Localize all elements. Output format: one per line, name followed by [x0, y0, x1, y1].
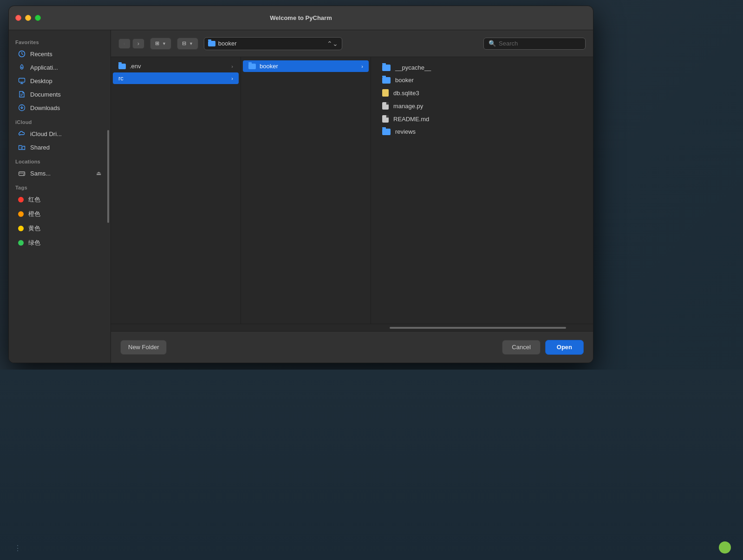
- file-item-dbsqlite3[interactable]: db.sqlite3: [378, 87, 586, 99]
- file-label: db.sqlite3: [393, 90, 419, 97]
- locations-label: Locations: [9, 154, 111, 166]
- red-tag-dot: [18, 197, 24, 202]
- md-file-icon: [382, 115, 389, 123]
- sidebar-item-tag-yellow[interactable]: 黄色: [12, 221, 108, 235]
- file-item-readmemd[interactable]: README.md: [378, 113, 586, 125]
- sidebar-scrollbar[interactable]: [107, 30, 110, 363]
- sidebar-item-label: Shared: [30, 144, 50, 151]
- sidebar-item-tag-orange[interactable]: 橙色: [12, 207, 108, 221]
- sidebar-item-label: Applicati...: [30, 64, 58, 71]
- doc-icon: [18, 91, 26, 98]
- forward-button[interactable]: ›: [132, 39, 144, 49]
- view-grid-button[interactable]: ⊟ ▼: [177, 38, 198, 50]
- nav-buttons: ‹ ›: [118, 39, 144, 49]
- chevron-down-icon: ▼: [162, 41, 166, 46]
- window-title: Welcome to PyCharm: [270, 14, 332, 21]
- svg-point-4: [21, 147, 23, 149]
- back-button[interactable]: ‹: [118, 39, 130, 49]
- icloud-label: iCloud: [9, 115, 111, 127]
- new-folder-button[interactable]: New Folder: [120, 340, 167, 355]
- file-item-managepy[interactable]: manage.py: [378, 100, 586, 112]
- item-label: booker: [260, 63, 278, 70]
- chevron-right-icon: ›: [231, 64, 233, 69]
- folder-icon: [118, 64, 126, 69]
- search-icon: 🔍: [489, 40, 496, 47]
- file-label: reviews: [395, 128, 416, 135]
- action-buttons: Cancel Open: [502, 340, 584, 355]
- column-1: .env › rc ›: [111, 57, 241, 324]
- folder-icon: [382, 65, 391, 71]
- tag-label: 红色: [28, 195, 40, 204]
- sidebar-item-applications[interactable]: Applicati...: [12, 61, 108, 74]
- column-item-env[interactable]: .env ›: [113, 60, 239, 72]
- download-icon: [18, 104, 26, 111]
- sidebar-item-icloud-drive[interactable]: iCloud Dri...: [12, 127, 108, 140]
- sidebar-item-label: Recents: [30, 51, 52, 58]
- py-file-icon: [382, 102, 389, 110]
- svg-point-6: [23, 174, 24, 175]
- sidebar-item-recents[interactable]: Recents: [12, 47, 108, 60]
- column-item-src[interactable]: rc ›: [113, 72, 239, 84]
- tag-label: 绿色: [28, 239, 40, 247]
- item-label: .env: [130, 63, 141, 70]
- maximize-button[interactable]: [35, 15, 41, 21]
- tag-label: 黄色: [28, 224, 40, 233]
- file-browser: ‹ › ⊞ ▼ ⊟ ▼ booker ⌃⌄ �: [111, 30, 593, 363]
- column-2: booker ›: [241, 57, 371, 324]
- dialog-content: Favorites Recents Applicati..: [9, 30, 593, 363]
- sidebar-item-label: iCloud Dri...: [30, 130, 62, 137]
- tag-label: 橙色: [28, 210, 40, 218]
- file-dialog: Welcome to PyCharm Favorites Recents: [8, 6, 593, 363]
- search-bar[interactable]: 🔍 Search: [483, 38, 586, 50]
- bottom-bar: New Folder Cancel Open: [111, 331, 593, 363]
- item-label: rc: [118, 75, 124, 82]
- cloud-icon: [18, 130, 26, 137]
- cancel-button[interactable]: Cancel: [502, 340, 540, 355]
- sidebar-item-documents[interactable]: Documents: [12, 88, 108, 101]
- sidebar-item-sams[interactable]: Sams... ⏏: [12, 167, 108, 180]
- sidebar-item-tag-green[interactable]: 绿色: [12, 236, 108, 250]
- sidebar-item-label: Downloads: [30, 104, 60, 111]
- file-label: __pycache__: [395, 64, 431, 71]
- folder-icon: [382, 129, 391, 135]
- chevron-right-icon: ›: [361, 64, 363, 69]
- open-button[interactable]: Open: [545, 340, 584, 355]
- sidebar-item-downloads[interactable]: Downloads: [12, 101, 108, 114]
- column-3: __pycache__ booker db.sqlite3 manage.py: [371, 57, 593, 324]
- drive-icon: [18, 169, 26, 177]
- chevron-down-icon: ▼: [189, 41, 193, 46]
- eject-button[interactable]: ⏏: [96, 170, 101, 176]
- favorites-label: Favorites: [9, 35, 111, 47]
- svg-point-1: [21, 67, 23, 68]
- chevron-right-icon: ›: [231, 76, 233, 81]
- path-bar[interactable]: booker ⌃⌄: [204, 37, 342, 50]
- sidebar-item-shared[interactable]: Shared: [12, 141, 108, 154]
- background-circle: [719, 541, 731, 553]
- toolbar: ‹ › ⊞ ▼ ⊟ ▼ booker ⌃⌄ �: [111, 30, 593, 57]
- path-arrows: ⌃⌄: [327, 40, 338, 47]
- sidebar-item-tag-red[interactable]: 红色: [12, 193, 108, 207]
- background-bottom: [0, 370, 743, 560]
- view-columns-button[interactable]: ⊞ ▼: [150, 38, 171, 50]
- horizontal-scrollbar[interactable]: [111, 324, 593, 331]
- file-item-booker[interactable]: booker: [378, 74, 586, 86]
- sidebar-item-desktop[interactable]: Desktop: [12, 74, 108, 87]
- scrollbar-thumb-horizontal: [390, 327, 566, 329]
- sidebar-item-label: Desktop: [30, 78, 52, 85]
- file-item-pycache[interactable]: __pycache__: [378, 62, 586, 73]
- monitor-icon: [18, 77, 26, 85]
- file-item-reviews[interactable]: reviews: [378, 126, 586, 137]
- title-bar: Welcome to PyCharm: [9, 6, 593, 30]
- column-item-booker[interactable]: booker ›: [243, 60, 369, 72]
- orange-tag-dot: [18, 211, 24, 217]
- scrollbar-thumb: [107, 130, 109, 223]
- close-button[interactable]: [15, 15, 21, 21]
- grid-icon: ⊟: [182, 40, 186, 46]
- svg-rect-2: [19, 78, 25, 83]
- file-label: manage.py: [393, 103, 423, 110]
- sidebar-item-label: Sams...: [30, 170, 96, 177]
- minimize-button[interactable]: [25, 15, 31, 21]
- columns-icon: ⊞: [155, 40, 159, 46]
- clock-icon: [18, 50, 26, 58]
- folder-shared-icon: [18, 143, 26, 151]
